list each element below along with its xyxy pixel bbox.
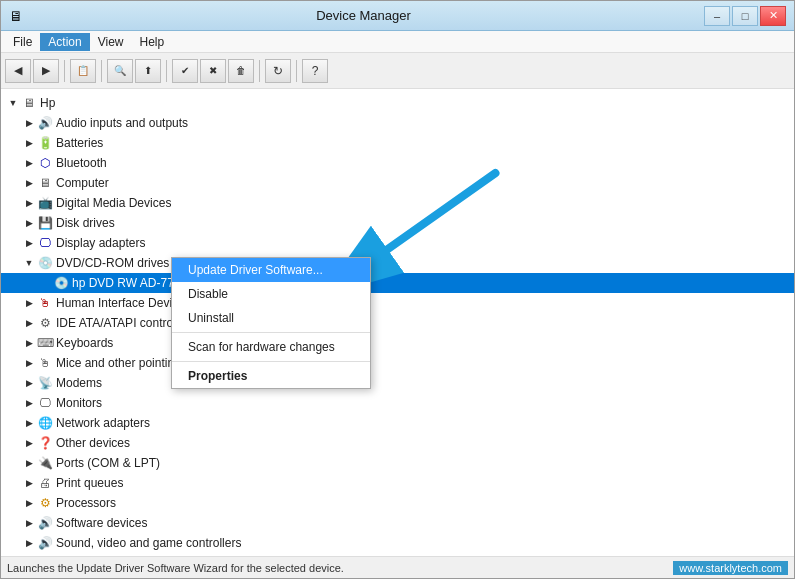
- status-text: Launches the Update Driver Software Wiza…: [7, 562, 344, 574]
- menu-help[interactable]: Help: [132, 33, 173, 51]
- ports-label: Ports (COM & LPT): [56, 456, 160, 470]
- other-label: Other devices: [56, 436, 130, 450]
- tree-mice[interactable]: ▶ 🖱 Mice and other pointing devices: [1, 353, 794, 373]
- tree-print[interactable]: ▶ 🖨 Print queues: [1, 473, 794, 493]
- refresh-button[interactable]: ↻: [265, 59, 291, 83]
- dvd-icon: 💿: [37, 255, 53, 271]
- computer-label: Computer: [56, 176, 109, 190]
- batteries-icon: 🔋: [37, 135, 53, 151]
- display-expand[interactable]: ▶: [21, 235, 37, 251]
- bluetooth-icon: ⬡: [37, 155, 53, 171]
- toolbar-sep-4: [259, 60, 260, 82]
- window-title: Device Manager: [23, 8, 704, 23]
- tree-keyboards[interactable]: ▶ ⌨ Keyboards: [1, 333, 794, 353]
- ports-expand[interactable]: ▶: [21, 455, 37, 471]
- help-button[interactable]: ?: [302, 59, 328, 83]
- status-bar: Launches the Update Driver Software Wiza…: [1, 556, 794, 578]
- ide-expand[interactable]: ▶: [21, 315, 37, 331]
- sound-label: Sound, video and game controllers: [56, 536, 241, 550]
- toolbar-sep-1: [64, 60, 65, 82]
- network-expand[interactable]: ▶: [21, 415, 37, 431]
- menu-file[interactable]: File: [5, 33, 40, 51]
- forward-button[interactable]: ▶: [33, 59, 59, 83]
- tree-audio[interactable]: ▶ 🔊 Audio inputs and outputs: [1, 113, 794, 133]
- disk-expand[interactable]: ▶: [21, 215, 37, 231]
- batteries-expand[interactable]: ▶: [21, 135, 37, 151]
- software-expand[interactable]: ▶: [21, 515, 37, 531]
- ctx-properties[interactable]: Properties: [172, 364, 370, 388]
- digital-icon: 📺: [37, 195, 53, 211]
- scan-button[interactable]: 🔍: [107, 59, 133, 83]
- audio-icon: 🔊: [37, 115, 53, 131]
- maximize-button[interactable]: □: [732, 6, 758, 26]
- tree-bluetooth[interactable]: ▶ ⬡ Bluetooth: [1, 153, 794, 173]
- hid-expand[interactable]: ▶: [21, 295, 37, 311]
- modems-icon: 📡: [37, 375, 53, 391]
- network-icon: 🌐: [37, 415, 53, 431]
- ctx-scan[interactable]: Scan for hardware changes: [172, 335, 370, 359]
- digital-expand[interactable]: ▶: [21, 195, 37, 211]
- tree-dvd[interactable]: ▼ 💿 DVD/CD-ROM drives: [1, 253, 794, 273]
- bluetooth-label: Bluetooth: [56, 156, 107, 170]
- sound-expand[interactable]: ▶: [21, 535, 37, 551]
- other-expand[interactable]: ▶: [21, 435, 37, 451]
- tree-other[interactable]: ▶ ❓ Other devices: [1, 433, 794, 453]
- monitors-expand[interactable]: ▶: [21, 395, 37, 411]
- print-label: Print queues: [56, 476, 123, 490]
- device-tree[interactable]: ▼ 🖥 Hp ▶ 🔊 Audio inputs and outputs ▶ 🔋 …: [1, 89, 794, 556]
- tree-proc[interactable]: ▶ ⚙ Processors: [1, 493, 794, 513]
- mice-expand[interactable]: ▶: [21, 355, 37, 371]
- tree-modems[interactable]: ▶ 📡 Modems: [1, 373, 794, 393]
- keyboards-label: Keyboards: [56, 336, 113, 350]
- tree-disk[interactable]: ▶ 💾 Disk drives: [1, 213, 794, 233]
- ctx-disable[interactable]: Disable: [172, 282, 370, 306]
- ctx-uninstall[interactable]: Uninstall: [172, 306, 370, 330]
- tree-root[interactable]: ▼ 🖥 Hp: [1, 93, 794, 113]
- storage-expand[interactable]: ▶: [21, 555, 37, 556]
- keyboards-expand[interactable]: ▶: [21, 335, 37, 351]
- uninstall-button[interactable]: 🗑: [228, 59, 254, 83]
- toolbar: ◀ ▶ 📋 🔍 ⬆ ✔ ✖ 🗑 ↻ ?: [1, 53, 794, 89]
- tree-display[interactable]: ▶ 🖵 Display adapters: [1, 233, 794, 253]
- monitors-label: Monitors: [56, 396, 102, 410]
- back-button[interactable]: ◀: [5, 59, 31, 83]
- close-button[interactable]: ✕: [760, 6, 786, 26]
- tree-ports[interactable]: ▶ 🔌 Ports (COM & LPT): [1, 453, 794, 473]
- menu-bar: File Action View Help: [1, 31, 794, 53]
- menu-view[interactable]: View: [90, 33, 132, 51]
- tree-hid[interactable]: ▶ 🖱 Human Interface Devices: [1, 293, 794, 313]
- toolbar-sep-5: [296, 60, 297, 82]
- tree-dvd-item[interactable]: 💿 hp DVD RW AD-7701H: [1, 273, 794, 293]
- print-expand[interactable]: ▶: [21, 475, 37, 491]
- tree-digital[interactable]: ▶ 📺 Digital Media Devices: [1, 193, 794, 213]
- proc-expand[interactable]: ▶: [21, 495, 37, 511]
- minimize-button[interactable]: –: [704, 6, 730, 26]
- dvd-label: DVD/CD-ROM drives: [56, 256, 169, 270]
- tree-computer[interactable]: ▶ 🖥 Computer: [1, 173, 794, 193]
- modems-expand[interactable]: ▶: [21, 375, 37, 391]
- dvd-expand[interactable]: ▼: [21, 255, 37, 271]
- disk-label: Disk drives: [56, 216, 115, 230]
- tree-batteries[interactable]: ▶ 🔋 Batteries: [1, 133, 794, 153]
- update-driver-button[interactable]: ⬆: [135, 59, 161, 83]
- ctx-update-driver[interactable]: Update Driver Software...: [172, 258, 370, 282]
- storage-icon: 💾: [37, 555, 53, 556]
- disk-icon: 💾: [37, 215, 53, 231]
- bluetooth-expand[interactable]: ▶: [21, 155, 37, 171]
- software-label: Software devices: [56, 516, 147, 530]
- disable-button[interactable]: ✖: [200, 59, 226, 83]
- properties-button[interactable]: 📋: [70, 59, 96, 83]
- audio-expand[interactable]: ▶: [21, 115, 37, 131]
- tree-monitors[interactable]: ▶ 🖵 Monitors: [1, 393, 794, 413]
- menu-action[interactable]: Action: [40, 33, 89, 51]
- tree-storage[interactable]: ▶ 💾 Storage controllers: [1, 553, 794, 556]
- computer-expand[interactable]: ▶: [21, 175, 37, 191]
- tree-network[interactable]: ▶ 🌐 Network adapters: [1, 413, 794, 433]
- root-expand[interactable]: ▼: [5, 95, 21, 111]
- enable-button[interactable]: ✔: [172, 59, 198, 83]
- toolbar-sep-2: [101, 60, 102, 82]
- tree-sound[interactable]: ▶ 🔊 Sound, video and game controllers: [1, 533, 794, 553]
- tree-ide[interactable]: ▶ ⚙ IDE ATA/ATAPI controllers: [1, 313, 794, 333]
- tree-software[interactable]: ▶ 🔊 Software devices: [1, 513, 794, 533]
- display-icon: 🖵: [37, 235, 53, 251]
